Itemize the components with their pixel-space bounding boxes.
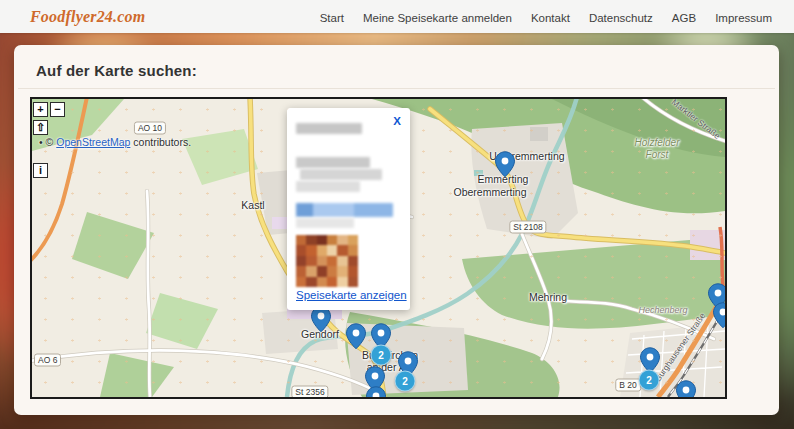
show-menu-link[interactable]: Speisekarte anzeigen (296, 289, 407, 301)
nav-item: Meine Speisekarte anmelden (363, 8, 512, 26)
nav-link-agb[interactable]: AGB (672, 12, 696, 24)
nav-link-kontakt[interactable]: Kontakt (531, 12, 570, 24)
redacted-link-line (296, 203, 393, 217)
mosaic-pixel (348, 245, 358, 255)
openstreetmap-link[interactable]: OpenStreetMap (56, 136, 130, 148)
nav-link-datenschutz[interactable]: Datenschutz (589, 12, 653, 24)
nav-link-start[interactable]: Start (320, 12, 344, 24)
site-logo[interactable]: Foodflyer24.com (30, 8, 145, 26)
popup-close-icon[interactable]: X (393, 115, 401, 127)
redacted-text-line (296, 218, 354, 228)
redacted-address-line (296, 157, 370, 168)
mosaic-pixel (296, 256, 306, 266)
zoom-out-button[interactable]: − (50, 102, 65, 117)
mosaic-pixel (317, 266, 327, 276)
mosaic-pixel (306, 235, 316, 245)
mosaic-pixel (348, 266, 358, 276)
nav-item: Datenschutz (589, 8, 653, 26)
mosaic-pixel (337, 235, 347, 245)
mosaic-pixel (337, 266, 347, 276)
map-pin-marker[interactable] (713, 302, 728, 329)
marker-popup: X Speisekarte anzeigen (287, 108, 410, 310)
map-pin-marker[interactable] (311, 306, 332, 333)
nav-item: Impressum (715, 8, 772, 26)
map-cluster-marker[interactable]: 2 (639, 370, 660, 391)
mosaic-pixel (327, 256, 337, 266)
nav-item: AGB (672, 8, 696, 26)
redacted-address-line (300, 169, 382, 180)
mosaic-pixel (296, 235, 306, 245)
mosaic-pixel (296, 266, 306, 276)
mosaic-pixel (348, 256, 358, 266)
nav-link-impressum[interactable]: Impressum (715, 12, 772, 24)
top-navigation-bar: Foodflyer24.com StartMeine Speisekarte a… (0, 0, 794, 33)
redacted-title-line (296, 123, 362, 134)
redacted-address-line (296, 181, 360, 192)
mosaic-pixel (327, 277, 337, 287)
map-cluster-marker[interactable]: 2 (395, 371, 416, 392)
main-nav: StartMeine Speisekarte anmeldenKontaktDa… (320, 8, 772, 26)
map-cluster-marker[interactable]: 2 (371, 345, 392, 366)
mosaic-pixel (348, 235, 358, 245)
nav-link-meine-speisekarte-anmelden[interactable]: Meine Speisekarte anmelden (363, 12, 512, 24)
mosaic-pixel (317, 245, 327, 255)
divider (18, 88, 775, 89)
mosaic-pixel (306, 266, 316, 276)
popup-logo-image (296, 235, 358, 287)
nav-item: Start (320, 8, 344, 26)
mosaic-pixel (317, 235, 327, 245)
mosaic-pixel (306, 245, 316, 255)
mosaic-pixel (317, 277, 327, 287)
mosaic-pixel (317, 256, 327, 266)
map-pin-marker[interactable] (676, 380, 697, 399)
content-card: Auf der Karte suchen: (14, 45, 779, 415)
rotate-reset-button[interactable]: ⇧ (33, 120, 48, 135)
mosaic-pixel (337, 256, 347, 266)
zoom-in-button[interactable]: + (33, 102, 48, 117)
map-pin-marker[interactable] (495, 151, 516, 178)
mosaic-pixel (296, 245, 306, 255)
mosaic-pixel (337, 245, 347, 255)
nav-item: Kontakt (531, 8, 570, 26)
mosaic-pixel (337, 277, 347, 287)
mosaic-pixel (306, 256, 316, 266)
page-title: Auf der Karte suchen: (14, 45, 779, 88)
attribution-bullet: • (39, 136, 43, 148)
mosaic-pixel (327, 266, 337, 276)
mosaic-pixel (296, 277, 306, 287)
mosaic-pixel (306, 277, 316, 287)
attribution-copyright: © (46, 136, 57, 148)
map-canvas[interactable]: KastlUnteremmertingEmmertingOberemmertin… (30, 97, 727, 399)
attribution-suffix: contributors. (130, 136, 191, 148)
map-attribution: • © OpenStreetMap contributors. (39, 136, 191, 148)
attribution-info-button[interactable]: i (33, 163, 48, 178)
map-pin-marker[interactable] (366, 386, 387, 399)
mosaic-pixel (327, 245, 337, 255)
map-pin-marker[interactable] (346, 323, 367, 350)
mosaic-pixel (348, 277, 358, 287)
mosaic-pixel (327, 235, 337, 245)
